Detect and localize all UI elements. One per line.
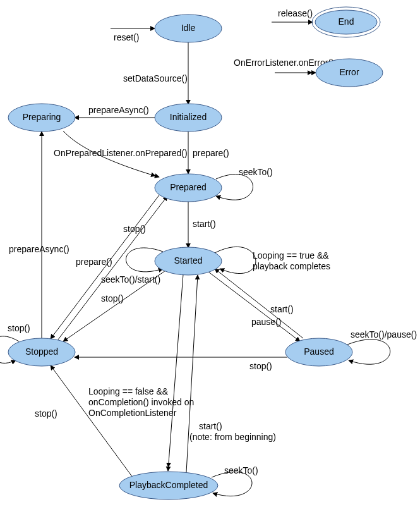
state-end: End (312, 7, 380, 37)
state-started-label: Started (174, 255, 202, 266)
state-playbackcompleted: PlaybackCompleted (119, 472, 218, 499)
label-paused-stop: stop() (249, 361, 272, 371)
state-prepared: Prepared (155, 174, 222, 202)
label-stopped-prepareasync: prepareAsync() (9, 244, 69, 254)
label-onprepared: OnPreparedListener.onPrepared() (54, 148, 188, 158)
state-prepared-label: Prepared (170, 182, 207, 192)
label-loopingtrue1: Looping == true && (253, 250, 329, 260)
label-loopingfalse2: onCompletion() invoked on (88, 397, 194, 407)
edge-stopped-prepared (58, 196, 167, 340)
state-stopped-label: Stopped (25, 346, 58, 357)
label-reset: reset() (114, 32, 139, 42)
state-idle: Idle (155, 15, 222, 42)
state-preparing: Preparing (8, 104, 75, 132)
label-loopingfalse3: OnCompletionListener (88, 408, 177, 418)
label-seektopause: seekTo()/pause() (351, 329, 417, 340)
state-initialized-label: Initialized (170, 112, 207, 122)
state-end-label: End (339, 16, 354, 27)
label-pause: pause() (251, 317, 281, 327)
edge-playbackcompleted-started (186, 275, 198, 472)
state-playbackcompleted-label: PlaybackCompleted (129, 480, 208, 490)
label-startfb1: start() (199, 421, 222, 431)
state-paused-label: Paused (304, 346, 333, 357)
state-error: Error (316, 59, 383, 87)
state-stopped: Stopped (8, 338, 75, 366)
label-paused-start: start() (270, 304, 294, 314)
label-setdatasource: setDataSource() (123, 73, 188, 83)
label-prepareasync: prepareAsync() (88, 105, 149, 115)
label-start: start() (193, 219, 216, 229)
state-preparing-label: Preparing (23, 112, 61, 122)
label-startfb2: (note: from beginning) (189, 432, 276, 442)
label-stopped-prepare: prepare() (76, 257, 112, 267)
state-paused: Paused (285, 338, 352, 366)
label-loopingfalse1: Looping == false && (88, 386, 169, 396)
label-seektostart: seekTo()/start() (101, 274, 160, 285)
label-prepare: prepare() (193, 148, 229, 158)
label-release: release() (278, 8, 313, 18)
state-idle-label: Idle (181, 23, 196, 33)
label-started-stop: stop() (101, 293, 124, 303)
state-started: Started (155, 247, 222, 275)
label-loopingtrue2: playback completes (253, 261, 330, 271)
label-prepared-seekto: seekTo() (239, 167, 273, 177)
state-error-label: Error (339, 67, 359, 77)
label-stopped-selfstop: stop() (8, 323, 30, 333)
edge-started-playbackcompleted (168, 274, 183, 471)
edge-paused-seektopause (347, 340, 390, 364)
label-pc-seekto: seekTo() (224, 465, 258, 475)
edge-playbackcompleted-stopped (51, 365, 133, 477)
state-initialized: Initialized (155, 104, 222, 132)
label-pc-stop: stop() (35, 408, 57, 419)
label-onerror: OnErrorListener.onError() (234, 58, 334, 68)
